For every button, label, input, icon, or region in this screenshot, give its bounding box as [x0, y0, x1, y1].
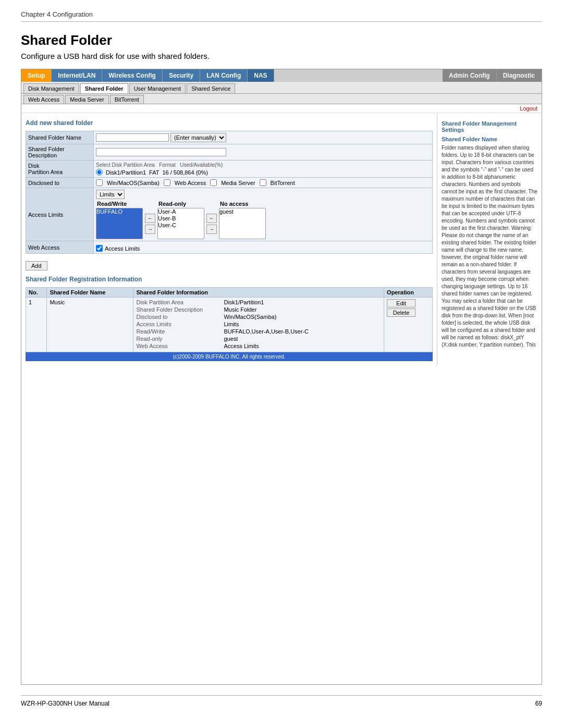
help-section-0-text: Folder names displayed when sharing fold… — [442, 144, 537, 348]
chapter-header: Chapter 4 Configuration — [21, 10, 542, 22]
col-folder-name: Shared Folder Name — [47, 288, 133, 298]
sstab-media-server[interactable]: Media Server — [65, 95, 108, 104]
info-disclosed: Disclosed to Win/MacOS(Samba) — [136, 314, 381, 320]
logout-bar[interactable]: Logout — [21, 104, 542, 113]
col-readwrite: Read/Write — [97, 201, 144, 207]
tab-setup[interactable]: Setup — [21, 69, 52, 82]
sstab-web-access[interactable]: Web Access — [23, 95, 64, 104]
disclosed-label: Disclosed to — [26, 178, 94, 188]
web-access-row: Access Limits — [96, 245, 430, 252]
ro-arrows: ← → — [206, 214, 217, 234]
partition-radio[interactable] — [96, 169, 103, 176]
form-row-desc: Shared Folder Description — [26, 144, 433, 161]
ro-to-rw-btn[interactable]: → — [145, 225, 155, 234]
form-row-disk: Disk Partition Area Select Disk Partitio… — [26, 161, 433, 178]
rw-to-ro-btn[interactable]: ← — [145, 214, 155, 223]
router-left: Add new shared folder Shared Folder Name… — [21, 113, 437, 365]
disclose-bittorrent-checkbox[interactable] — [260, 179, 266, 186]
disk-value-cell: Select Disk Partition Area Format Used/A… — [94, 161, 433, 178]
sub-sub-nav: Web Access Media Server BitTorrent — [21, 94, 542, 104]
ro-to-na-btn[interactable]: ← — [206, 214, 217, 223]
row-folder-info: Disk Partition Area Disk1/Partition1 Sha… — [133, 298, 384, 352]
readonly-listbox[interactable]: User-A User-B User-C — [157, 208, 204, 239]
registration-section: Shared Folder Registration Information N… — [26, 276, 433, 352]
add-section-heading: Add new shared folder — [26, 119, 433, 127]
access-box-row: BUFFALO ← → User-A User-B — [96, 208, 430, 239]
stab-disk-management[interactable]: Disk Management — [23, 83, 79, 93]
reg-table-header: No. Shared Folder Name Shared Folder Inf… — [26, 288, 433, 298]
top-nav-right: Admin Config Diagnostic — [443, 69, 542, 82]
stab-shared-folder[interactable]: Shared Folder — [80, 83, 128, 93]
web-access-checkbox[interactable] — [96, 245, 103, 252]
disclosed-value-cell: Win/MacOS(Samba) Web Access Media Server… — [94, 178, 433, 188]
info-desc: Shared Folder Description Music Folder — [136, 306, 381, 313]
info-web-access: Web Access Access Limits — [136, 343, 381, 349]
disclose-mediaserver-checkbox[interactable] — [210, 179, 217, 186]
name-label: Shared Folder Name — [26, 131, 94, 144]
rw-arrows: ← → — [145, 214, 155, 234]
col-no: No. — [26, 288, 47, 298]
noaccess-listbox[interactable]: guest — [219, 208, 266, 239]
readwrite-listbox[interactable]: BUFFALO — [96, 208, 143, 239]
registration-table: No. Shared Folder Name Shared Folder Inf… — [26, 287, 433, 352]
webaccess-value-cell: Access Limits — [94, 241, 433, 254]
disk-label: Disk Partition Area — [26, 161, 94, 178]
info-access-limits: Access Limits Limits — [136, 321, 381, 327]
disk-row: Disk1/Partition1 FAT 16 / 508,864 (0%) — [96, 169, 430, 176]
sstab-bittorrent[interactable]: BitTorrent — [110, 95, 144, 104]
na-to-ro-btn[interactable]: → — [206, 225, 217, 234]
access-limits-value-cell: Limits Read/Write Read-only — [94, 188, 433, 241]
tab-admin-config[interactable]: Admin Config — [443, 69, 497, 82]
top-nav: Setup Internet/LAN Wireless Config Secur… — [21, 69, 542, 82]
form-row-access-limits: Access Limits Limits — [26, 188, 433, 241]
shared-folder-name-input[interactable] — [96, 133, 169, 142]
name-dropdown[interactable]: (Enter manually) — [170, 133, 226, 142]
disclosed-checkboxes: Win/MacOS(Samba) Web Access Media Server… — [96, 179, 430, 186]
desc-value-cell — [94, 144, 433, 161]
footer-right: 69 — [535, 700, 542, 707]
col-noaccess: No access — [220, 201, 267, 207]
info-disk-partition: Disk Partition Area Disk1/Partition1 — [136, 299, 381, 305]
page-footer: WZR-HP-G300NH User Manual 69 — [21, 695, 542, 707]
desc-label: Shared Folder Description — [26, 144, 94, 161]
tab-nas[interactable]: NAS — [248, 69, 274, 82]
webaccess-label: Web Access — [26, 241, 94, 254]
stab-shared-service[interactable]: Shared Service — [187, 83, 235, 93]
access-limits-label: Access Limits — [26, 188, 94, 241]
router-body: Add new shared folder Shared Folder Name… — [21, 113, 542, 365]
info-rw: Read/Write BUFFALO,User-A,User-B,User-C — [136, 328, 381, 335]
tab-internet-lan[interactable]: Internet/LAN — [52, 69, 102, 82]
add-form-table: Shared Folder Name (Enter manually) Shar… — [26, 131, 433, 254]
tab-diagnostic[interactable]: Diagnostic — [497, 69, 542, 82]
delete-button[interactable]: Delete — [387, 309, 415, 317]
name-value-cell: (Enter manually) — [94, 131, 433, 144]
access-limits-area: Limits Read/Write Read-only — [96, 190, 430, 239]
stab-user-management[interactable]: User Management — [129, 83, 186, 93]
limits-dropdown[interactable]: Limits — [96, 190, 125, 199]
page-subtitle: Configure a USB hard disk for use with s… — [21, 52, 542, 60]
disclose-samba-checkbox[interactable] — [96, 179, 103, 186]
add-button[interactable]: Add — [26, 261, 47, 270]
form-row-webaccess: Web Access Access Limits — [26, 241, 433, 254]
row-no: 1 — [26, 298, 47, 352]
form-row-disclosed: Disclosed to Win/MacOS(Samba) Web Access… — [26, 178, 433, 188]
router-right: Shared Folder Management Settings Shared… — [437, 113, 542, 348]
tab-wireless-config[interactable]: Wireless Config — [102, 69, 163, 82]
disclose-webaccess-checkbox[interactable] — [164, 179, 170, 186]
tab-lan-config[interactable]: LAN Config — [200, 69, 248, 82]
sub-nav: Disk Management Shared Folder User Manag… — [21, 82, 542, 94]
edit-button[interactable]: Edit — [387, 299, 415, 307]
disk-header: Select Disk Partition Area Format Used/A… — [96, 162, 430, 168]
row-operations: Edit Delete — [384, 298, 433, 352]
help-section-0-heading: Shared Folder Name — [442, 136, 537, 142]
tab-security[interactable]: Security — [163, 69, 200, 82]
footer-left: WZR-HP-G300NH User Manual — [21, 700, 109, 707]
row-folder-name: Music — [47, 298, 133, 352]
help-main-heading: Shared Folder Management Settings — [442, 120, 537, 133]
footer-bar: (c)2000-2009 BUFFALO INC. All rights res… — [26, 352, 433, 361]
form-row-name: Shared Folder Name (Enter manually) — [26, 131, 433, 144]
shared-folder-desc-input[interactable] — [96, 148, 226, 156]
table-row: 1 Music Disk Partition Area Disk1/Partit… — [26, 298, 433, 352]
registration-heading: Shared Folder Registration Information — [26, 276, 433, 283]
info-ro: Read-only guest — [136, 336, 381, 342]
